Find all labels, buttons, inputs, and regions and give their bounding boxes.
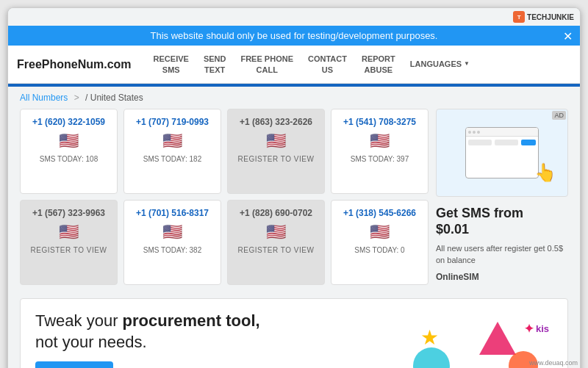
shape-triangle: [479, 322, 516, 355]
number-text-4: +1 (541) 708-3275: [337, 117, 422, 127]
breadcrumb-separator2: /: [85, 93, 90, 103]
breadcrumb-all-numbers[interactable]: All Numbers: [20, 93, 68, 103]
number-text-7: +1 (828) 690-0702: [234, 208, 318, 218]
ad-brand: OnlineSIM: [436, 272, 568, 282]
register-text-5: REGISTER TO VIEW: [26, 246, 111, 254]
flag-icon-3: 🇺🇸: [234, 131, 318, 151]
nav-item-receive-sms[interactable]: RECEIVESMS: [146, 49, 196, 79]
nav-item-languages[interactable]: LANGUAGES ▼: [403, 54, 477, 73]
mini-dot-1: [468, 131, 471, 134]
languages-label: LANGUAGES: [410, 59, 462, 69]
mini-input-row: [466, 137, 538, 148]
flag-icon-5: 🇺🇸: [26, 223, 111, 242]
breadcrumb-current: United States: [90, 93, 143, 103]
mini-submit-btn: [521, 140, 536, 145]
number-text-1: +1 (620) 322-1059: [26, 117, 111, 127]
flag-icon-8: 🇺🇸: [337, 223, 422, 242]
mini-input-field2: [495, 140, 518, 145]
mini-browser-bar: [466, 128, 538, 137]
number-text-8: +1 (318) 545-6266: [337, 208, 422, 218]
mini-input-field: [468, 140, 492, 145]
ad-price-text: Get SMS from$0.01: [436, 206, 568, 237]
number-card-2[interactable]: +1 (707) 719-0993 🇺🇸 SMS TODAY: 182: [123, 109, 221, 194]
notice-bar: This website should only be used for tes…: [8, 26, 580, 46]
flag-icon-7: 🇺🇸: [234, 223, 318, 242]
flag-icon-4: 🇺🇸: [337, 131, 422, 151]
mini-browser-illustration: [465, 127, 539, 178]
techjunkie-label: TECHJUNKIE: [527, 13, 574, 21]
techjunkie-badge: T TECHJUNKIE: [513, 11, 574, 23]
bottom-ad: Tweak your procurement tool,not your nee…: [20, 298, 568, 368]
flag-icon-2: 🇺🇸: [130, 131, 215, 151]
chevron-down-icon: ▼: [464, 60, 470, 68]
number-card-6[interactable]: +1 (701) 516-8317 🇺🇸 SMS TODAY: 382: [123, 200, 221, 285]
breadcrumb: All Numbers > / United States: [8, 87, 580, 109]
numbers-grid: +1 (620) 322-1059 🇺🇸 SMS TODAY: 108 +1 (…: [20, 109, 429, 285]
number-card-3[interactable]: +1 (863) 323-2626 🇺🇸 REGISTER TO VIEW: [227, 109, 325, 194]
notice-text: This website should only be used for tes…: [151, 30, 438, 41]
flag-icon-6: 🇺🇸: [130, 223, 215, 242]
number-card-5[interactable]: +1 (567) 323-9963 🇺🇸 REGISTER TO VIEW: [20, 200, 118, 285]
sms-count-4: SMS TODAY: 397: [337, 155, 422, 163]
number-text-6: +1 (701) 516-8317: [130, 208, 215, 218]
get-started-button[interactable]: Get Started: [35, 361, 113, 368]
main-content: +1 (620) 322-1059 🇺🇸 SMS TODAY: 108 +1 (…: [8, 109, 580, 292]
nav-item-report-abuse[interactable]: REPORTABUSE: [354, 49, 403, 79]
side-ad: AD 👆: [436, 109, 568, 285]
kis-logo: ✦ kis: [524, 322, 549, 336]
main-nav: FreePhoneNum.com RECEIVESMS SENDTEXT FRE…: [8, 46, 580, 84]
flag-icon-1: 🇺🇸: [26, 131, 111, 151]
number-text-5: +1 (567) 323-9963: [26, 208, 111, 218]
number-card-4[interactable]: +1 (541) 708-3275 🇺🇸 SMS TODAY: 397: [331, 109, 429, 194]
site-logo[interactable]: FreePhoneNum.com: [17, 58, 132, 71]
sms-count-2: SMS TODAY: 182: [130, 155, 215, 163]
number-card-1[interactable]: +1 (620) 322-1059 🇺🇸 SMS TODAY: 108: [20, 109, 118, 194]
ad-text-section: Get SMS from$0.01 All new users after re…: [436, 203, 568, 285]
kis-brand-text: kis: [536, 323, 549, 334]
mini-dot-3: [477, 131, 480, 134]
nav-item-free-phone-call[interactable]: FREE PHONECALL: [233, 49, 301, 79]
kis-star-icon: ✦: [524, 322, 534, 336]
sms-count-6: SMS TODAY: 382: [130, 246, 215, 254]
register-text-3: REGISTER TO VIEW: [234, 155, 318, 163]
bottom-ad-text: Tweak your procurement tool,not your nee…: [35, 311, 391, 368]
browser-topbar: T TECHJUNKIE: [8, 8, 580, 26]
number-text-3: +1 (863) 323-2626: [234, 117, 318, 127]
number-card-8[interactable]: +1 (318) 545-6266 🇺🇸 SMS TODAY: 0: [331, 200, 429, 285]
nav-items: RECEIVESMS SENDTEXT FREE PHONECALL CONTA…: [146, 49, 571, 79]
nav-item-send-text[interactable]: SENDTEXT: [196, 49, 234, 79]
register-text-7: REGISTER TO VIEW: [234, 246, 318, 254]
number-text-2: +1 (707) 719-0993: [130, 117, 215, 127]
number-card-7[interactable]: +1 (828) 690-0702 🇺🇸 REGISTER TO VIEW: [227, 200, 325, 285]
ad-banner-inner: 👆: [444, 117, 560, 189]
breadcrumb-separator: >: [74, 93, 82, 103]
shape-circle-cyan: [413, 347, 450, 368]
bottom-ad-title: Tweak your procurement tool,not your nee…: [35, 311, 391, 353]
mini-dot-2: [473, 131, 476, 134]
sms-count-1: SMS TODAY: 108: [26, 155, 111, 163]
shape-star: ★: [420, 325, 439, 350]
ad-subtext: All new users after register get 0.5$ on…: [436, 243, 568, 266]
cursor-hand-icon: 👆: [534, 162, 556, 183]
nav-item-contact-us[interactable]: CONTACTUS: [301, 49, 354, 79]
notice-close-button[interactable]: ✕: [563, 29, 573, 43]
sms-count-8: SMS TODAY: 0: [337, 246, 422, 254]
ad-banner-top: AD 👆: [436, 109, 568, 197]
tj-icon: T: [513, 11, 525, 23]
watermark: www.deuaq.com: [529, 359, 578, 367]
